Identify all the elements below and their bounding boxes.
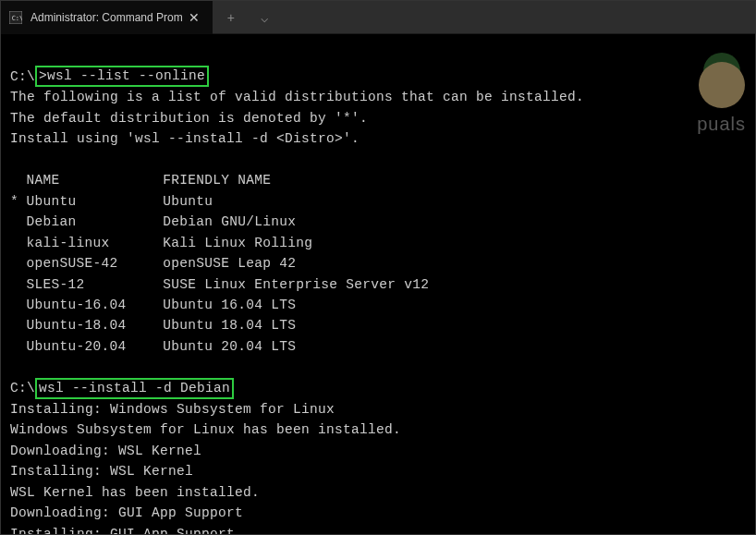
highlighted-command-2: wsl --install -d Debian bbox=[35, 378, 234, 399]
dist-name: Ubuntu-16.04 bbox=[26, 295, 163, 315]
dist-friendly: Ubuntu 20.04 LTS bbox=[163, 336, 746, 357]
prompt-prefix: C:\ bbox=[10, 378, 35, 398]
terminal-line: Installing: GUI App Support bbox=[10, 524, 746, 534]
dist-friendly: Ubuntu 16.04 LTS bbox=[163, 295, 746, 315]
prompt-prefix: C:\ bbox=[10, 67, 35, 87]
dist-row: Ubuntu-20.04Ubuntu 20.04 LTS bbox=[10, 336, 746, 357]
dist-friendly: Kali Linux Rolling bbox=[163, 233, 746, 253]
dist-friendly: openSUSE Leap 42 bbox=[163, 253, 746, 274]
dist-friendly: Ubuntu bbox=[163, 191, 746, 212]
terminal-line bbox=[10, 45, 746, 66]
dist-row: Ubuntu-18.04Ubuntu 18.04 LTS bbox=[10, 315, 746, 335]
dist-name: kali-linux bbox=[26, 233, 163, 253]
terminal-line: Installing: WSL Kernel bbox=[10, 461, 746, 481]
header-friendly: FRIENDLY NAME bbox=[163, 170, 746, 190]
tab-title: Administrator: Command Prom bbox=[30, 11, 183, 24]
titlebar: C:\ Administrator: Command Prom ✕ + ⌵ bbox=[1, 1, 755, 34]
distribution-list: * UbuntuUbuntu DebianDebian GNU/Linux ka… bbox=[10, 191, 746, 358]
dist-name: SLES-12 bbox=[26, 274, 163, 295]
dist-row: DebianDebian GNU/Linux bbox=[10, 212, 746, 232]
prompt-line-1: C:\>wsl --list --online bbox=[10, 66, 746, 87]
terminal-window: C:\ Administrator: Command Prom ✕ + ⌵ pu… bbox=[0, 0, 756, 535]
terminal-line: Install using 'wsl --install -d <Distro>… bbox=[10, 128, 746, 149]
dist-name: Ubuntu-20.04 bbox=[26, 336, 163, 357]
dist-friendly: SUSE Linux Enterprise Server v12 bbox=[163, 274, 746, 295]
titlebar-actions: + ⌵ bbox=[213, 6, 279, 29]
prompt-line-2: C:\wsl --install -d Debian bbox=[10, 378, 746, 399]
dist-friendly: Ubuntu 18.04 LTS bbox=[163, 315, 746, 335]
terminal-tab[interactable]: C:\ Administrator: Command Prom ✕ bbox=[1, 1, 213, 34]
terminal-line: Downloading: GUI App Support bbox=[10, 503, 746, 523]
terminal-line bbox=[10, 357, 746, 377]
dist-row: * UbuntuUbuntu bbox=[10, 191, 746, 212]
dist-name: Debian bbox=[26, 212, 163, 232]
terminal-line: Downloading: WSL Kernel bbox=[10, 441, 746, 461]
terminal-line: Installing: Windows Subsystem for Linux bbox=[10, 399, 746, 419]
terminal-output[interactable]: puals C:\>wsl --list --online The follow… bbox=[1, 34, 755, 534]
terminal-line: The following is a list of valid distrib… bbox=[10, 87, 746, 107]
install-output: Installing: Windows Subsystem for LinuxW… bbox=[10, 399, 746, 534]
close-icon[interactable]: ✕ bbox=[183, 8, 205, 27]
dist-name: Ubuntu bbox=[26, 191, 163, 212]
tab-dropdown-button[interactable]: ⌵ bbox=[250, 6, 279, 29]
terminal-line bbox=[10, 150, 746, 170]
dist-row: SLES-12SUSE Linux Enterprise Server v12 bbox=[10, 274, 746, 295]
dist-name: Ubuntu-18.04 bbox=[26, 315, 163, 335]
new-tab-button[interactable]: + bbox=[216, 6, 246, 29]
svg-text:C:\: C:\ bbox=[12, 14, 22, 21]
dist-name: openSUSE-42 bbox=[26, 253, 163, 274]
cmd-icon: C:\ bbox=[8, 10, 23, 25]
terminal-line: Windows Subsystem for Linux has been ins… bbox=[10, 419, 746, 440]
header-name: NAME bbox=[26, 170, 163, 190]
dist-header: NAME FRIENDLY NAME bbox=[10, 170, 746, 190]
terminal-line: WSL Kernel has been installed. bbox=[10, 482, 746, 503]
dist-friendly: Debian GNU/Linux bbox=[163, 212, 746, 232]
dist-row: openSUSE-42openSUSE Leap 42 bbox=[10, 253, 746, 274]
terminal-line: The default distribution is denoted by '… bbox=[10, 108, 746, 128]
dist-row: kali-linuxKali Linux Rolling bbox=[10, 233, 746, 253]
highlighted-command-1: >wsl --list --online bbox=[35, 66, 209, 87]
dist-row: Ubuntu-16.04Ubuntu 16.04 LTS bbox=[10, 295, 746, 315]
